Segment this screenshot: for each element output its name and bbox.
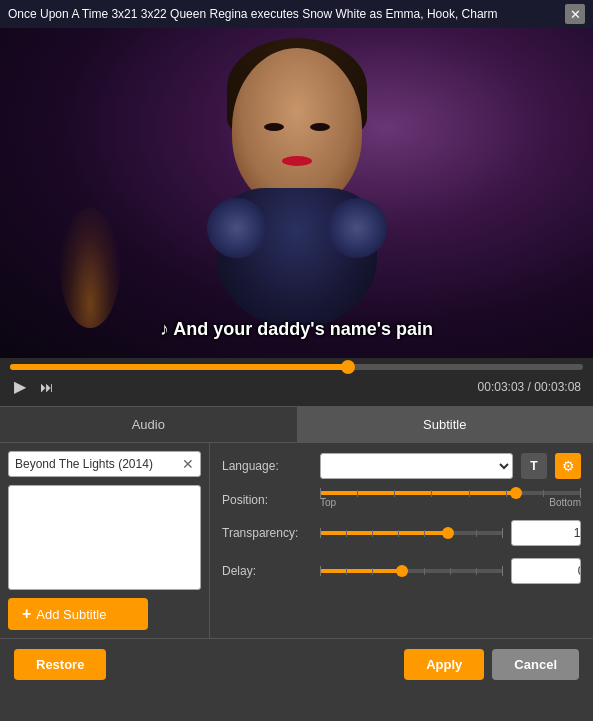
language-label: Language: xyxy=(222,459,312,473)
transparency-thumb xyxy=(442,527,454,539)
language-row: Language: T ⚙ xyxy=(222,453,581,479)
subtitle-tag-label: Beyond The Lights (2014) xyxy=(15,457,153,471)
tabs: Audio Subtitle xyxy=(0,407,593,443)
position-labels: Top Bottom xyxy=(320,497,581,508)
tick xyxy=(476,530,477,537)
left-eye xyxy=(264,123,284,131)
progress-area xyxy=(0,358,593,370)
controls-left: ▶ ⏭ xyxy=(12,375,56,398)
subtitle-style-icon: ⚙ xyxy=(562,458,575,474)
title-bar: Once Upon A Time 3x21 3x22 Queen Regina … xyxy=(0,0,593,28)
controls-area: ▶ ⏭ 00:03:03 / 00:03:08 xyxy=(0,370,593,406)
tick xyxy=(424,568,425,575)
subtitle-tag: Beyond The Lights (2014) ✕ xyxy=(8,451,201,477)
lips xyxy=(282,156,312,166)
close-window-button[interactable]: ✕ xyxy=(565,4,585,24)
delay-fill xyxy=(320,569,402,573)
delay-slider[interactable] xyxy=(320,561,503,581)
window-title: Once Upon A Time 3x21 3x22 Queen Regina … xyxy=(8,7,565,21)
text-format-button[interactable]: T xyxy=(521,453,547,479)
transparency-spinbox: 100% ▲ ▼ xyxy=(511,520,581,546)
progress-bar[interactable] xyxy=(10,364,583,370)
delay-input[interactable]: 0ms xyxy=(512,564,581,578)
tab-section: Audio Subtitle Beyond The Lights (2014) … xyxy=(0,406,593,638)
video-thumbnail xyxy=(0,28,593,358)
play-button[interactable]: ▶ xyxy=(12,375,28,398)
candle-glow xyxy=(60,208,120,328)
transparency-track xyxy=(320,531,503,535)
subtitle-style-button[interactable]: ⚙ xyxy=(555,453,581,479)
subtitle-overlay: ♪ And your daddy's name's pain xyxy=(0,319,593,340)
language-select[interactable] xyxy=(320,453,513,479)
delay-track xyxy=(320,569,503,573)
skip-forward-button[interactable]: ⏭ xyxy=(38,377,56,397)
video-figure xyxy=(197,48,397,328)
position-row: Position: xyxy=(222,491,581,508)
tick xyxy=(502,566,503,576)
position-slider-wrapper: Top Bottom xyxy=(320,491,581,508)
transparency-row: Transparency: xyxy=(222,520,581,546)
bottom-bar: Restore Apply Cancel xyxy=(0,638,593,690)
delay-spinbox: 0ms ▲ ▼ xyxy=(511,558,581,584)
position-bottom-label: Bottom xyxy=(549,497,581,508)
position-track xyxy=(320,491,581,495)
total-time: 00:03:08 xyxy=(534,380,581,394)
tick xyxy=(502,528,503,538)
position-label: Position: xyxy=(222,493,312,507)
time-display: 00:03:03 / 00:03:08 xyxy=(478,380,581,394)
cancel-button[interactable]: Cancel xyxy=(492,649,579,680)
add-subtitle-button[interactable]: + Add Subtitle xyxy=(8,598,148,630)
transparency-input[interactable]: 100% xyxy=(512,526,581,540)
left-shoulder-deco xyxy=(207,198,267,258)
transparency-slider[interactable] xyxy=(320,523,503,543)
restore-button[interactable]: Restore xyxy=(14,649,106,680)
content-area: Beyond The Lights (2014) ✕ + Add Subtitl… xyxy=(0,443,593,638)
tab-subtitle[interactable]: Subtitle xyxy=(297,407,594,442)
tick xyxy=(476,568,477,575)
remove-tag-button[interactable]: ✕ xyxy=(182,456,194,472)
video-player: ♪ And your daddy's name's pain xyxy=(0,28,593,358)
tick xyxy=(450,568,451,575)
tick xyxy=(543,490,544,497)
face xyxy=(232,48,362,208)
position-section: Position: xyxy=(222,491,581,508)
position-thumb xyxy=(510,487,522,499)
position-top-label: Top xyxy=(320,497,336,508)
left-panel: Beyond The Lights (2014) ✕ + Add Subtitl… xyxy=(0,443,210,638)
subtitle-file-area xyxy=(8,485,201,590)
right-buttons: Apply Cancel xyxy=(404,649,579,680)
delay-thumb xyxy=(396,565,408,577)
apply-button[interactable]: Apply xyxy=(404,649,484,680)
right-panel: Language: T ⚙ Position: xyxy=(210,443,593,638)
delay-label: Delay: xyxy=(222,564,312,578)
progress-fill xyxy=(10,364,348,370)
right-shoulder-deco xyxy=(327,198,387,258)
add-subtitle-label: Add Subtitle xyxy=(36,607,106,622)
tab-audio[interactable]: Audio xyxy=(0,407,297,442)
position-slider[interactable] xyxy=(320,491,581,495)
right-eye xyxy=(310,123,330,131)
transparency-label: Transparency: xyxy=(222,526,312,540)
delay-row: Delay: xyxy=(222,558,581,584)
current-time: 00:03:03 xyxy=(478,380,525,394)
add-subtitle-icon: + xyxy=(22,605,31,623)
progress-thumb xyxy=(341,360,355,374)
transparency-fill xyxy=(320,531,448,535)
position-fill xyxy=(320,491,516,495)
